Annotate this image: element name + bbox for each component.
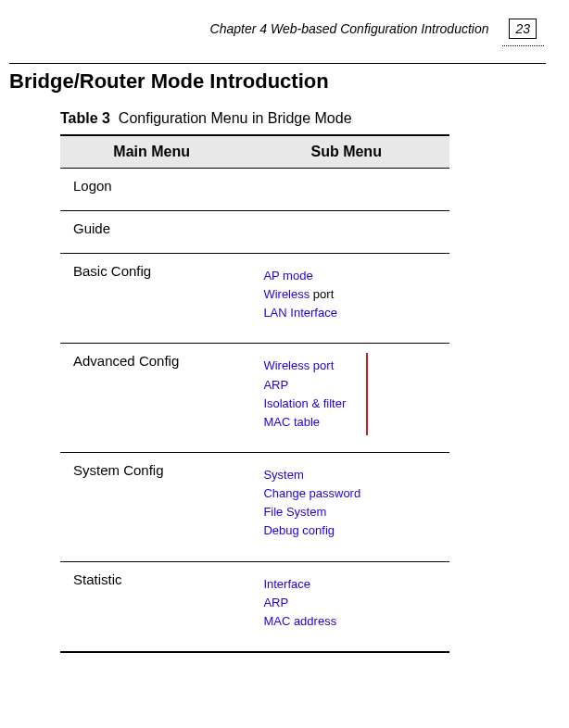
main-menu-cell: Statistic [60, 561, 243, 652]
submenu-item: Wireless port [263, 285, 337, 304]
config-menu-table: Main Menu Sub Menu Logon Guide Basic Con… [60, 134, 449, 653]
submenu-item: Change password [263, 484, 360, 503]
main-menu-cell: Guide [60, 211, 243, 254]
sub-menu-cell: Interface ARP MAC address [243, 561, 449, 652]
submenu-item: System [263, 466, 360, 484]
table-caption-label: Table 3 [60, 110, 110, 126]
submenu-item: MAC address [263, 612, 336, 631]
submenu-block: AP mode Wireless port LAN Interface [254, 263, 343, 326]
col-header-main: Main Menu [60, 135, 243, 169]
submenu-item: Wireless port [263, 357, 346, 375]
sub-menu-cell: System Change password File System Debug… [243, 452, 449, 561]
sub-menu-cell: Wireless port ARP Isolation & filter MAC… [243, 344, 449, 453]
submenu-item: ARP [263, 594, 336, 612]
submenu-item: ARP [263, 376, 346, 395]
submenu-item: AP mode [263, 267, 337, 285]
submenu-item: LAN Interface [263, 304, 337, 322]
sub-menu-cell [243, 211, 449, 254]
submenu-item: Interface [263, 575, 336, 594]
table-row: Advanced Config Wireless port ARP Isolat… [60, 344, 449, 453]
submenu-item: Isolation & filter [263, 395, 346, 413]
section-title: Bridge/Router Mode Introduction [9, 69, 546, 94]
col-header-sub: Sub Menu [243, 135, 449, 169]
table-caption: Table 3 Configuration Menu in Bridge Mod… [60, 110, 546, 127]
main-menu-cell: System Config [60, 452, 243, 561]
table-row: Basic Config AP mode Wireless port LAN I… [60, 254, 449, 344]
submenu-block: System Change password File System Debug… [254, 462, 366, 545]
chapter-name: Chapter 4 Web-based Configuration Introd… [210, 21, 489, 36]
submenu-block: Interface ARP MAC address [254, 571, 342, 634]
sub-menu-cell [243, 169, 449, 211]
main-menu-cell: Basic Config [60, 254, 243, 344]
main-menu-cell: Logon [60, 169, 243, 211]
header-dotted-rule [502, 43, 544, 46]
submenu-item: Debug config [263, 521, 360, 540]
submenu-block: Wireless port ARP Isolation & filter MAC… [254, 353, 368, 435]
submenu-item: File System [263, 503, 360, 521]
page-header: Chapter 4 Web-based Configuration Introd… [9, 19, 546, 39]
main-menu-cell: Advanced Config [60, 344, 243, 453]
table-row: Guide [60, 211, 449, 254]
table-row: Logon [60, 169, 449, 211]
section-top-rule [9, 63, 546, 64]
page-number: 23 [509, 19, 537, 39]
table-row: Statistic Interface ARP MAC address [60, 561, 449, 652]
sub-menu-cell: AP mode Wireless port LAN Interface [243, 254, 449, 344]
table-caption-text: Configuration Menu in Bridge Mode [119, 110, 352, 126]
submenu-item: MAC table [263, 413, 346, 432]
table-row: System Config System Change password Fil… [60, 452, 449, 561]
